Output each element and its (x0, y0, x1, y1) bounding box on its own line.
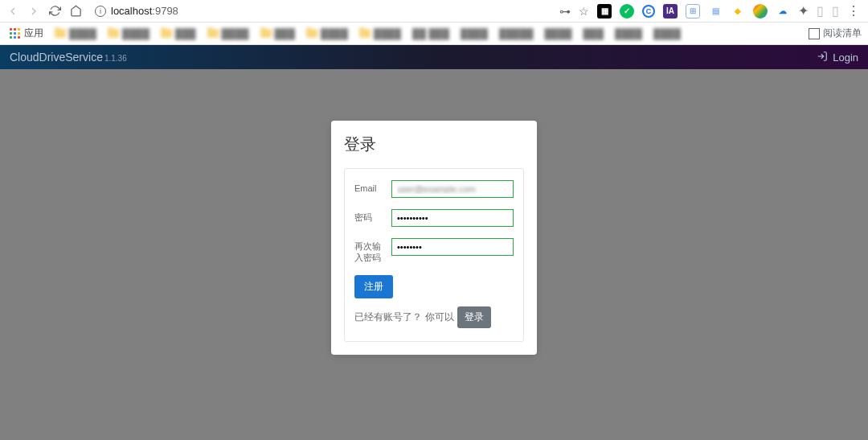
confirm-input[interactable] (391, 238, 514, 256)
app-title-text: CloudDriveService (10, 51, 103, 64)
extension-icon[interactable]: ▤ (708, 4, 723, 19)
email-input[interactable] (391, 180, 514, 198)
back-button[interactable] (6, 5, 19, 18)
browser-menu-icon[interactable]: ⋮ (847, 3, 858, 19)
login-icon (817, 51, 828, 64)
reading-list-button[interactable]: 阅读清单 (809, 27, 862, 40)
extension-icon[interactable]: ◆ (731, 4, 745, 19)
password-key-icon[interactable]: ⊶ (559, 5, 571, 18)
bookmark-star-icon[interactable]: ☆ (579, 5, 589, 18)
extension-icon[interactable]: ✓ (620, 4, 634, 19)
extension-icon[interactable]: C (642, 5, 655, 18)
bookmark-folder[interactable]: ████ (104, 27, 153, 41)
browser-toolbar: i localhost:9798 ⊶ ☆ ▦ ✓ C IA ⊞ ▤ ◆ ☁ ✦ … (0, 0, 868, 23)
password-input[interactable] (391, 209, 514, 227)
extension-icon[interactable]: IA (663, 4, 678, 19)
card-title: 登录 (344, 134, 524, 155)
email-label: Email (354, 180, 385, 194)
extension-icon[interactable]: ▦ (597, 4, 612, 19)
extension-icon[interactable]: ☁ (776, 4, 790, 19)
apps-label: 应用 (24, 27, 43, 40)
forward-button[interactable] (27, 5, 40, 18)
toolbar-right: ⊶ ☆ ▦ ✓ C IA ⊞ ▤ ◆ ☁ ✦ ▯ ▯ ⋮ (559, 3, 862, 19)
app-title[interactable]: CloudDriveService 1.1.36 (10, 51, 127, 64)
bookmark-item[interactable]: ████ (612, 27, 645, 41)
home-button[interactable] (69, 5, 82, 18)
form-panel: Email 密码 再次输入密码 注册 已经有账号了？ 你可以 登录 (344, 168, 524, 342)
app-version: 1.1.36 (104, 54, 127, 63)
reload-button[interactable] (48, 5, 61, 18)
bookmark-folder[interactable]: ███ (257, 27, 299, 41)
profile-icon[interactable]: ▯ (832, 3, 839, 19)
confirm-label: 再次输入密码 (354, 238, 385, 264)
helper-text-2: 你可以 (425, 310, 454, 324)
email-row: Email (354, 180, 514, 198)
bookmark-item[interactable]: ████ (650, 27, 684, 41)
register-card: 登录 Email 密码 再次输入密码 注册 已经有账号了？ 你可以 登录 (331, 121, 537, 355)
bookmarks-bar: 应用 ████ ████ ███ ████ ███ ████ ████ ██ █… (0, 23, 868, 45)
nav-controls (6, 5, 82, 18)
site-info-icon[interactable]: i (95, 6, 106, 17)
register-row: 注册 (354, 275, 514, 298)
bookmark-item[interactable]: ████ (541, 27, 575, 41)
bookmark-folder[interactable]: ████ (204, 27, 252, 41)
apps-grid-icon (10, 28, 21, 39)
apps-shortcut[interactable]: 应用 (6, 25, 47, 42)
confirm-row: 再次输入密码 (354, 238, 514, 264)
bookmark-folder[interactable]: ████ (356, 27, 404, 41)
extension-icon[interactable] (753, 4, 768, 19)
helper-row: 已经有账号了？ 你可以 登录 (354, 306, 514, 328)
helper-text-1: 已经有账号了？ (354, 310, 422, 324)
bookmark-folder[interactable]: ███ (158, 27, 199, 41)
extension-icon[interactable]: ▯ (817, 3, 824, 19)
bookmark-folder[interactable]: ████ (51, 27, 100, 41)
url-text: localhost:9798 (111, 5, 178, 17)
password-row: 密码 (354, 209, 514, 227)
bookmark-item[interactable]: █████ (496, 27, 537, 41)
reading-list-label: 阅读清单 (823, 27, 862, 40)
bookmark-item[interactable]: ███ (580, 27, 608, 41)
header-login-label: Login (833, 51, 858, 64)
address-bar[interactable]: i localhost:9798 (88, 5, 553, 17)
reading-list-icon (809, 28, 820, 39)
bookmark-item[interactable]: ████ (457, 27, 491, 41)
bookmark-folder[interactable]: ████ (303, 27, 351, 41)
bookmark-item[interactable]: ██ ███ (409, 27, 452, 41)
app-header: CloudDriveService 1.1.36 Login (0, 45, 868, 69)
login-button[interactable]: 登录 (457, 306, 491, 328)
extension-icon[interactable]: ⊞ (686, 4, 700, 19)
main-area: 登录 Email 密码 再次输入密码 注册 已经有账号了？ 你可以 登录 (0, 69, 868, 440)
register-button[interactable]: 注册 (354, 275, 393, 298)
extensions-menu-icon[interactable]: ✦ (798, 3, 809, 19)
password-label: 密码 (354, 209, 385, 223)
header-login-link[interactable]: Login (817, 51, 858, 64)
